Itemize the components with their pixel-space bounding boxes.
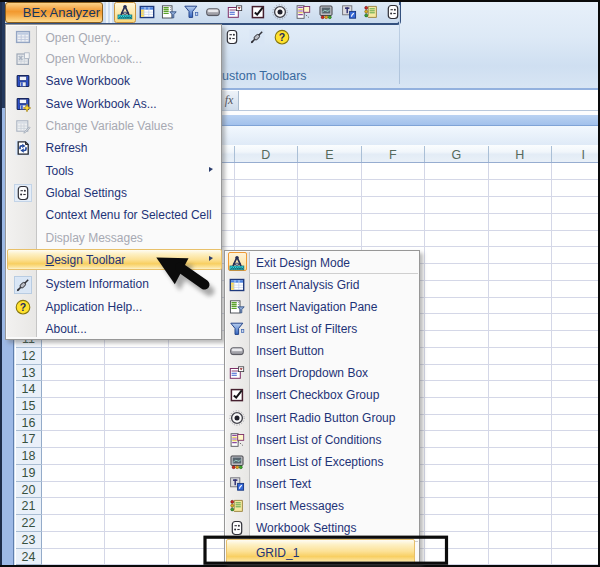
svg-text:E: E [325,148,333,162]
svg-text:22: 22 [22,516,36,530]
svg-text:G: G [451,148,461,162]
svg-text:21: 21 [22,499,36,513]
svg-text:24: 24 [22,550,36,564]
svg-text:20: 20 [22,483,36,497]
svg-text:15: 15 [22,399,36,413]
svg-text:H: H [515,148,524,162]
svg-text:14: 14 [22,382,36,396]
svg-text:D: D [261,148,270,162]
svg-text:23: 23 [22,533,36,547]
svg-text:19: 19 [22,466,36,480]
svg-text:12: 12 [22,349,36,363]
svg-text:F: F [389,148,397,162]
svg-text:18: 18 [22,449,36,463]
svg-text:I: I [582,148,585,162]
svg-text:16: 16 [22,416,36,430]
svg-text:17: 17 [22,432,36,446]
svg-text:13: 13 [22,366,36,380]
